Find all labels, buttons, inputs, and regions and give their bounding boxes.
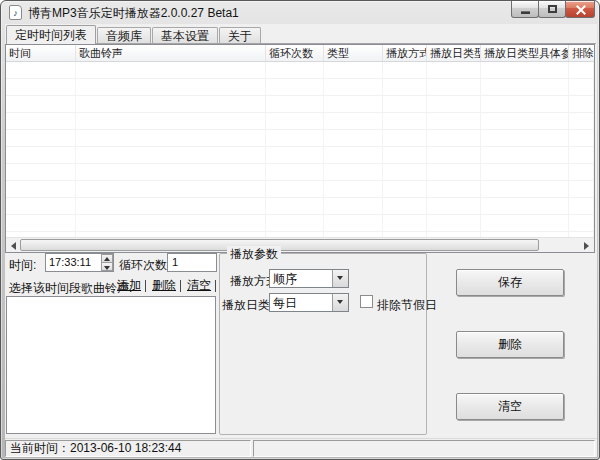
table-grid-column <box>6 62 76 237</box>
table-grid-column <box>76 62 266 237</box>
exclude-holidays-checkbox[interactable] <box>360 295 373 308</box>
tab-timer-list[interactable]: 定时时间列表 <box>6 25 96 44</box>
delete-button[interactable]: 删除 <box>456 331 564 358</box>
spin-up-icon <box>104 257 110 261</box>
app-music-note-icon: ♪ <box>9 5 22 20</box>
playlist-add-link[interactable]: 添加 <box>115 277 143 294</box>
time-label: 时间: <box>9 257 36 274</box>
dropdown-arrow-icon <box>337 276 343 280</box>
play-day-type-select[interactable]: 每日 <box>269 293 349 312</box>
timer-list-view: 时间 歌曲铃声 循环次数 类型 播放方式 播放日类型 播放日类型具体参数 排除节… <box>5 44 595 253</box>
timer-table-body[interactable] <box>6 62 594 237</box>
link-separator <box>215 280 216 292</box>
scroll-right-icon <box>584 242 589 250</box>
close-button[interactable] <box>565 1 595 18</box>
time-spinner-down-button[interactable] <box>101 262 113 271</box>
tab-basic-settings[interactable]: 基本设置 <box>152 27 218 43</box>
dropdown-arrow-icon <box>337 300 343 304</box>
scroll-left-icon <box>11 242 16 250</box>
save-button[interactable]: 保存 <box>456 269 564 296</box>
column-header-play-mode[interactable]: 播放方式 <box>383 45 427 61</box>
link-separator <box>180 280 181 292</box>
playlist-clear-link[interactable]: 清空 <box>185 277 213 294</box>
playlist-actions: 添加 删除 清空 <box>115 278 220 293</box>
status-bar: 当前时间：2013-06-10 18:23:44 <box>5 438 597 457</box>
link-separator <box>145 280 146 292</box>
tab-audio-library[interactable]: 音频库 <box>97 27 151 43</box>
play-mode-value: 顺序 <box>273 271 297 287</box>
app-window: ♪ 博青MP3音乐定时播放器2.0.0.27 Beta1 定时时间列表 音频库 … <box>0 0 600 460</box>
column-header-exclude-holidays[interactable]: 排除节假日 <box>569 45 594 61</box>
time-value: 17:33:11 <box>49 256 91 268</box>
clear-button[interactable]: 清空 <box>456 393 564 420</box>
exclude-holidays-label: 排除节假日 <box>377 297 437 314</box>
column-header-play-day-type[interactable]: 播放日类型 <box>427 45 481 61</box>
minimize-button[interactable] <box>511 1 539 18</box>
maximize-button[interactable] <box>538 1 566 18</box>
window-controls <box>512 1 595 18</box>
loop-count-label: 循环次数: <box>119 257 170 274</box>
spin-down-icon <box>104 266 110 270</box>
table-grid-column <box>481 62 569 237</box>
play-day-type-dropdown-button[interactable] <box>332 294 348 311</box>
column-header-type[interactable]: 类型 <box>324 45 383 61</box>
table-grid-column <box>383 62 427 237</box>
window-title: 博青MP3音乐定时播放器2.0.0.27 Beta1 <box>28 5 239 22</box>
column-header-song[interactable]: 歌曲铃声 <box>76 45 266 61</box>
scroll-right-button[interactable] <box>578 238 594 252</box>
maximize-icon <box>548 5 557 13</box>
play-mode-dropdown-button[interactable] <box>332 270 348 287</box>
title-bar[interactable]: ♪ 博青MP3音乐定时播放器2.0.0.27 Beta1 <box>1 1 600 24</box>
minimize-icon <box>521 11 530 14</box>
status-current-time: 当前时间：2013-06-10 18:23:44 <box>5 440 251 457</box>
playlist-remove-link[interactable]: 删除 <box>150 277 178 294</box>
column-header-loop-count[interactable]: 循环次数 <box>266 45 324 61</box>
table-grid-column <box>324 62 383 237</box>
horizontal-scrollbar[interactable] <box>6 237 594 252</box>
table-grid-column <box>569 62 594 237</box>
table-grid-column <box>427 62 481 237</box>
tab-about[interactable]: 关于 <box>219 27 261 43</box>
playback-params-group: 播放参数 播放方式: 顺序 播放日类型: 每日 排除节假日 <box>219 253 427 435</box>
time-input[interactable]: 17:33:11 <box>45 253 114 272</box>
song-select-label: 选择该时间段歌曲铃声: <box>9 280 132 297</box>
status-empty-panel <box>253 440 595 457</box>
column-header-time[interactable]: 时间 <box>6 45 76 61</box>
table-grid-column <box>266 62 324 237</box>
play-day-type-value: 每日 <box>273 295 297 311</box>
tab-strip: 定时时间列表 音频库 基本设置 关于 <box>6 26 596 44</box>
column-header-play-day-params[interactable]: 播放日类型具体参数 <box>481 45 569 61</box>
timer-table-header: 时间 歌曲铃声 循环次数 类型 播放方式 播放日类型 播放日类型具体参数 排除节… <box>6 45 594 62</box>
loop-count-input[interactable]: 1 <box>167 253 217 272</box>
playlist-listbox[interactable] <box>6 296 216 434</box>
time-spinner <box>101 254 113 271</box>
play-mode-select[interactable]: 顺序 <box>269 269 349 288</box>
close-icon <box>576 5 585 14</box>
playback-params-title: 播放参数 <box>227 246 281 263</box>
